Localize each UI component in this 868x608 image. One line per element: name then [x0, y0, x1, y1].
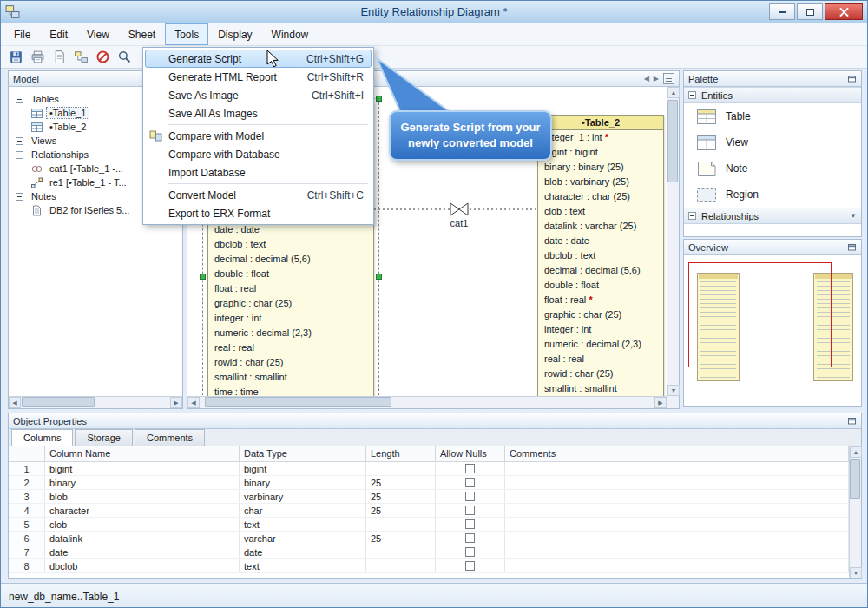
column-row-clob[interactable]: 5clobtext — [9, 518, 849, 532]
allow-nulls-checkbox[interactable] — [465, 478, 475, 487]
grid-cell — [436, 462, 505, 475]
toolbar-diagram-button[interactable] — [71, 48, 90, 67]
menu-item-display[interactable]: Display — [208, 23, 261, 45]
toolbar-stop-button[interactable] — [93, 48, 112, 67]
allow-nulls-checkbox[interactable] — [465, 519, 475, 529]
menu-item-view[interactable]: View — [77, 23, 119, 45]
tools-menu-item-import-database[interactable]: Import Database — [145, 163, 372, 182]
column-row-blob[interactable]: 3blobvarbinary25 — [9, 490, 849, 504]
scroll-up-button[interactable]: ▲ — [667, 87, 680, 98]
scroll-thumb[interactable] — [205, 397, 391, 407]
scroll-left-button[interactable]: ◀ — [187, 397, 200, 408]
tools-menu-item-generate-html-report[interactable]: Generate HTML ReportCtrl+Shift+R — [145, 68, 372, 86]
float-panel-icon[interactable] — [847, 74, 857, 83]
toolbar-page-button[interactable] — [49, 48, 69, 67]
scroll-track[interactable] — [667, 98, 679, 385]
tools-menu-item-convert-model[interactable]: Convert ModelCtrl+Shift+C — [145, 186, 372, 204]
scroll-down-button[interactable]: ▼ — [850, 567, 862, 578]
palette-section-relationships[interactable]: Relationships▼ — [684, 208, 861, 224]
column-row-character[interactable]: 4characterchar25 — [9, 504, 849, 518]
scroll-up-button[interactable]: ▲ — [850, 446, 862, 458]
grid-cell — [505, 559, 849, 572]
toolbar-print-button[interactable] — [28, 48, 47, 67]
canvas-horizontal-scrollbar[interactable]: ◀ ▶ — [187, 396, 667, 408]
tree-item-label: Views — [28, 135, 60, 147]
toolbar-save-button[interactable] — [6, 48, 25, 67]
menu-item-file[interactable]: File — [4, 23, 40, 45]
scroll-down-button[interactable]: ▼ — [667, 385, 680, 396]
palette-item-region[interactable]: Region — [684, 182, 861, 208]
tools-menu-item-compare-with-model[interactable]: Compare with Model — [145, 127, 372, 145]
menu-item-edit[interactable]: Edit — [40, 23, 77, 45]
column-row-binary[interactable]: 2binarybinary25 — [9, 476, 849, 490]
scroll-right-button[interactable]: ▶ — [654, 397, 667, 408]
tools-menu-item-export-to-erx-format[interactable]: Export to ERX Format — [145, 204, 372, 222]
scroll-thumb[interactable] — [667, 100, 678, 182]
sheet-nav-right-button[interactable]: ▶ — [654, 75, 659, 83]
column-row-date[interactable]: 7datedate — [9, 545, 849, 559]
scroll-track[interactable] — [21, 397, 170, 408]
scroll-track[interactable] — [200, 397, 654, 408]
menu-item-sheet[interactable]: Sheet — [119, 23, 165, 45]
collapse-expander-icon[interactable] — [688, 212, 696, 220]
scroll-thumb[interactable] — [22, 397, 95, 407]
overview-minimap[interactable] — [684, 255, 861, 406]
column-row-datalink[interactable]: 6datalinkvarchar25 — [9, 532, 849, 545]
properties-vertical-scrollbar[interactable]: ▲ ▼ — [849, 446, 861, 578]
scroll-right-button[interactable]: ▶ — [170, 397, 182, 408]
overview-viewport-rectangle[interactable] — [688, 262, 832, 367]
menu-item-window[interactable]: Window — [262, 23, 319, 45]
close-button[interactable] — [825, 3, 863, 20]
tab-comments[interactable]: Comments — [135, 429, 205, 446]
allow-nulls-checkbox[interactable] — [465, 506, 475, 515]
er-table-table-2[interactable]: •Table_2integer_1 : int *bigint : bigint… — [537, 115, 664, 396]
tab-columns[interactable]: Columns — [11, 429, 73, 446]
row-number-cell: 3 — [9, 490, 45, 503]
float-panel-icon[interactable] — [847, 416, 857, 426]
collapse-expander-icon[interactable] — [16, 193, 23, 201]
maximize-button[interactable] — [797, 3, 823, 20]
column-row-bigint[interactable]: 1bigintbigint — [9, 462, 849, 476]
allow-nulls-checkbox[interactable] — [465, 561, 475, 571]
collapse-expander-icon[interactable] — [688, 91, 696, 99]
resize-handle[interactable] — [200, 274, 206, 280]
palette-item-table[interactable]: Table — [684, 103, 861, 129]
palette-item-view[interactable]: View — [684, 129, 861, 155]
sheet-nav-left-button[interactable]: ◀ — [644, 75, 649, 83]
allow-nulls-checkbox[interactable] — [465, 492, 475, 501]
float-panel-icon[interactable] — [847, 242, 857, 252]
grid-cell — [366, 462, 436, 475]
scrollbar-corner — [667, 396, 679, 408]
object-properties-title: Object Properties — [13, 416, 87, 426]
model-horizontal-scrollbar[interactable]: ◀ ▶ — [9, 396, 182, 408]
collapse-expander-icon[interactable] — [16, 151, 23, 159]
allow-nulls-checkbox[interactable] — [465, 533, 475, 543]
menu-item-tools[interactable]: Tools — [165, 23, 208, 45]
collapse-expander-icon[interactable] — [16, 96, 23, 103]
tools-menu-item-save-as-image[interactable]: Save As ImageCtrl+Shift+I — [145, 86, 372, 104]
minimize-button[interactable] — [769, 3, 795, 20]
scroll-left-button[interactable]: ◀ — [9, 397, 21, 408]
resize-handle[interactable] — [376, 274, 382, 280]
resize-handle[interactable] — [376, 96, 382, 102]
collapse-expander-icon[interactable] — [16, 137, 23, 145]
palette-section-entities[interactable]: Entities — [684, 87, 861, 103]
scroll-track[interactable] — [850, 458, 861, 567]
save-icon — [9, 50, 23, 64]
toolbar-zoom-button[interactable] — [115, 48, 134, 67]
scroll-thumb[interactable] — [850, 459, 860, 499]
allow-nulls-checkbox[interactable] — [465, 547, 475, 557]
grid-cell — [436, 532, 505, 545]
allow-nulls-checkbox[interactable] — [465, 464, 475, 473]
canvas-vertical-scrollbar[interactable]: ▲ ▼ — [667, 87, 679, 396]
column-row-dbclob[interactable]: 8dbclobtext — [9, 559, 849, 573]
tab-storage[interactable]: Storage — [75, 429, 133, 446]
tools-menu-item-save-all-as-images[interactable]: Save All As Images — [145, 104, 372, 122]
sheet-list-button[interactable] — [663, 73, 674, 84]
tools-menu-item-compare-with-database[interactable]: Compare with Database — [145, 145, 372, 163]
object-properties-header: Object Properties — [9, 413, 861, 429]
palette-item-note[interactable]: Note — [684, 155, 861, 182]
palette-scroll-down-icon[interactable]: ▼ — [850, 212, 857, 220]
tools-menu-item-generate-script[interactable]: Generate ScriptCtrl+Shift+G — [145, 50, 372, 68]
grid-cell: date — [240, 545, 366, 558]
